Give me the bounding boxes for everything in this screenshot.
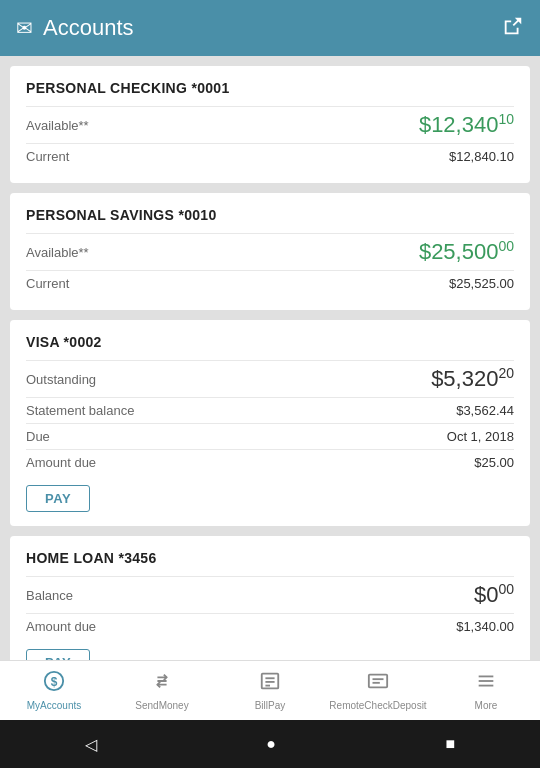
account-row: Statement balance$3,562.44: [26, 397, 514, 423]
row-label: Current: [26, 276, 69, 291]
row-value: $000: [474, 582, 514, 608]
account-name: PERSONAL CHECKING *0001: [26, 80, 514, 96]
nav-icon-bill-pay: [259, 670, 281, 697]
back-button[interactable]: ◁: [85, 735, 97, 754]
nav-item-bill-pay[interactable]: BillPay: [216, 661, 324, 720]
recent-button[interactable]: ■: [446, 735, 456, 753]
account-name: PERSONAL SAVINGS *0010: [26, 207, 514, 223]
row-label: Available**: [26, 118, 89, 133]
nav-item-more[interactable]: More: [432, 661, 540, 720]
home-button[interactable]: ●: [266, 735, 276, 753]
nav-icon-send-money: [151, 670, 173, 697]
svg-rect-6: [369, 675, 387, 688]
account-row: Amount due$25.00: [26, 449, 514, 475]
pay-button-home-loan[interactable]: PAY: [26, 649, 90, 660]
account-row: Available**$25,50000: [26, 233, 514, 270]
nav-item-my-accounts[interactable]: $MyAccounts: [0, 661, 108, 720]
mail-icon: ✉: [16, 16, 33, 40]
nav-item-remote-check[interactable]: RemoteCheckDeposit: [324, 661, 432, 720]
nav-label-remote-check: RemoteCheckDeposit: [329, 700, 426, 711]
row-value: Oct 1, 2018: [447, 429, 514, 444]
nav-label-more: More: [475, 700, 498, 711]
row-label: Available**: [26, 245, 89, 260]
row-value: $25,525.00: [449, 276, 514, 291]
accounts-list: PERSONAL CHECKING *0001Available**$12,34…: [0, 56, 540, 660]
row-label: Outstanding: [26, 372, 96, 387]
account-name: VISA *0002: [26, 334, 514, 350]
nav-item-send-money[interactable]: SendMoney: [108, 661, 216, 720]
row-label: Balance: [26, 588, 73, 603]
row-label: Statement balance: [26, 403, 134, 418]
nav-label-send-money: SendMoney: [135, 700, 188, 711]
nav-icon-remote-check: [367, 670, 389, 697]
row-label: Due: [26, 429, 50, 444]
account-row: Current$25,525.00: [26, 270, 514, 296]
page-title: Accounts: [43, 15, 134, 41]
nav-label-bill-pay: BillPay: [255, 700, 286, 711]
nav-icon-my-accounts: $: [43, 670, 65, 697]
nav-label-my-accounts: MyAccounts: [27, 700, 81, 711]
row-value: $25.00: [474, 455, 514, 470]
row-label: Amount due: [26, 455, 96, 470]
pay-button-visa[interactable]: PAY: [26, 485, 90, 512]
system-nav: ◁ ● ■: [0, 720, 540, 768]
row-label: Current: [26, 149, 69, 164]
row-label: Amount due: [26, 619, 96, 634]
row-value: $12,840.10: [449, 149, 514, 164]
account-card-personal-checking[interactable]: PERSONAL CHECKING *0001Available**$12,34…: [10, 66, 530, 183]
svg-text:$: $: [51, 675, 58, 689]
row-value: $3,562.44: [456, 403, 514, 418]
export-icon[interactable]: [502, 15, 524, 42]
row-value: $1,340.00: [456, 619, 514, 634]
account-name: HOME LOAN *3456: [26, 550, 514, 566]
account-row: Amount due$1,340.00: [26, 613, 514, 639]
account-card-home-loan[interactable]: HOME LOAN *3456Balance$000Amount due$1,3…: [10, 536, 530, 660]
account-card-personal-savings[interactable]: PERSONAL SAVINGS *0010Available**$25,500…: [10, 193, 530, 310]
bottom-nav: $MyAccountsSendMoneyBillPayRemoteCheckDe…: [0, 660, 540, 720]
app-header: ✉ Accounts: [0, 0, 540, 56]
account-row: Available**$12,34010: [26, 106, 514, 143]
row-value: $5,32020: [431, 366, 514, 392]
account-row: Outstanding$5,32020: [26, 360, 514, 397]
row-value: $25,50000: [419, 239, 514, 265]
nav-icon-more: [475, 670, 497, 697]
header-left: ✉ Accounts: [16, 15, 134, 41]
account-row: Balance$000: [26, 576, 514, 613]
account-row: DueOct 1, 2018: [26, 423, 514, 449]
row-value: $12,34010: [419, 112, 514, 138]
account-card-visa[interactable]: VISA *0002Outstanding$5,32020Statement b…: [10, 320, 530, 526]
account-row: Current$12,840.10: [26, 143, 514, 169]
